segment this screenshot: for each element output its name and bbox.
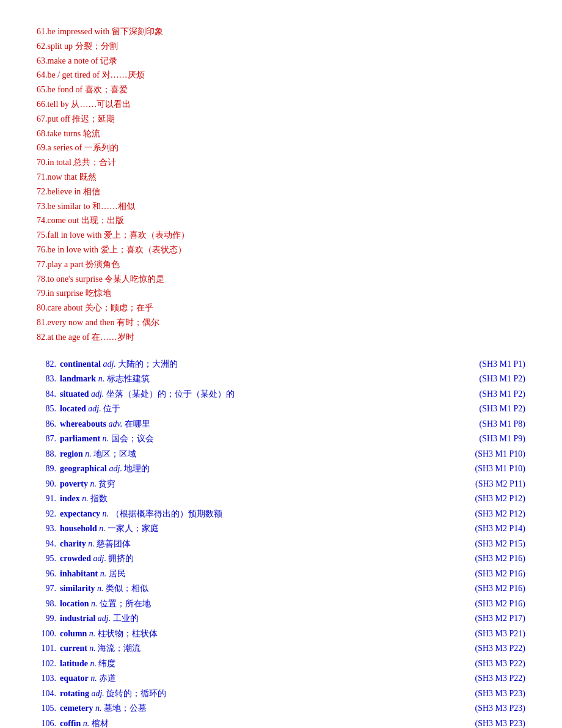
vocab-ref: (SH3 M2 P16) xyxy=(446,581,525,597)
phrase-item: 64.be / get tired of 对……厌烦 xyxy=(37,68,525,83)
phrase-item: 70.in total 总共；合计 xyxy=(37,155,525,170)
vocab-row: 87.parliament n. 国会；议会(SH3 M1 P9) xyxy=(37,432,525,447)
vocab-word: charity n. 慈善团体 xyxy=(60,537,446,552)
vocab-row: 98.location n. 位置；所在地(SH3 M2 P16) xyxy=(37,597,525,612)
vocab-num: 102. xyxy=(37,656,60,672)
vocab-word: industrial adj. 工业的 xyxy=(60,611,446,627)
vocab-num: 92. xyxy=(37,507,60,522)
vocab-word: whereabouts adv. 在哪里 xyxy=(60,417,446,432)
vocab-row: 93.household n. 一家人；家庭(SH3 M2 P14) xyxy=(37,521,525,537)
vocab-ref: (SH3 M2 P16) xyxy=(446,597,525,612)
vocab-row: 106.coffin n. 棺材(SH3 M3 P23) xyxy=(37,716,525,728)
phrase-item: 72.believe in 相信 xyxy=(37,185,525,199)
phrase-item: 73.be similar to 和……相似 xyxy=(37,199,525,214)
vocab-ref: (SH3 M1 P8) xyxy=(446,417,525,432)
vocab-num: 91. xyxy=(37,491,60,507)
vocab-num: 84. xyxy=(37,387,60,402)
vocab-ref: (SH3 M1 P10) xyxy=(446,461,525,477)
vocab-ref: (SH3 M2 P11) xyxy=(446,477,525,492)
vocab-word: household n. 一家人；家庭 xyxy=(60,521,446,537)
phrase-item: 75.fall in love with 爱上；喜欢（表动作） xyxy=(37,228,525,243)
vocab-word: coffin n. 棺材 xyxy=(60,716,446,728)
vocab-word: rotating adj. 旋转的；循环的 xyxy=(60,686,446,702)
vocab-num: 86. xyxy=(37,417,60,432)
vocab-num: 98. xyxy=(37,597,60,612)
phrase-item: 74.come out 出现；出版 xyxy=(37,213,525,228)
phrase-item: 69.a series of 一系列的 xyxy=(37,141,525,155)
phrase-item: 62.split up 分裂；分割 xyxy=(37,39,525,54)
vocab-ref: (SH3 M2 P17) xyxy=(446,611,525,627)
vocab-word: situated adj. 坐落（某处）的；位于（某处）的 xyxy=(60,387,446,402)
phrase-item: 71.now that 既然 xyxy=(37,170,525,185)
vocab-ref: (SH3 M1 P2) xyxy=(446,387,525,402)
vocab-word: cemetery n. 墓地；公墓 xyxy=(60,701,446,716)
vocab-ref: (SH3 M3 P23) xyxy=(446,716,525,728)
vocab-num: 101. xyxy=(37,641,60,656)
vocab-word: crowded adj. 拥挤的 xyxy=(60,551,446,567)
vocab-num: 95. xyxy=(37,551,60,567)
vocab-word: inhabitant n. 居民 xyxy=(60,567,446,582)
phrase-item: 68.take turns 轮流 xyxy=(37,127,525,141)
vocab-row: 91.index n. 指数(SH3 M2 P12) xyxy=(37,491,525,507)
vocab-num: 89. xyxy=(37,461,60,477)
vocab-row: 84.situated adj. 坐落（某处）的；位于（某处）的(SH3 M1 … xyxy=(37,387,525,402)
vocab-word: latitude n. 纬度 xyxy=(60,656,446,672)
vocab-row: 88.region n. 地区；区域(SH3 M1 P10) xyxy=(37,447,525,462)
vocab-word: expectancy n. （根据概率得出的）预期数额 xyxy=(60,507,446,522)
vocab-ref: (SH3 M1 P1) xyxy=(446,357,525,372)
vocab-word: column n. 柱状物；柱状体 xyxy=(60,627,446,642)
phrase-list: 61.be impressed with 留下深刻印象62.split up 分… xyxy=(37,24,525,345)
phrase-item: 66.tell by 从……可以看出 xyxy=(37,97,525,112)
vocab-ref: (SH3 M2 P14) xyxy=(446,521,525,537)
phrase-item: 79.in surprise 吃惊地 xyxy=(37,286,525,301)
vocab-word: current n. 海流；潮流 xyxy=(60,641,446,656)
vocab-row: 94.charity n. 慈善团体(SH3 M2 P15) xyxy=(37,537,525,552)
vocab-num: 104. xyxy=(37,686,60,702)
vocab-num: 93. xyxy=(37,521,60,537)
vocab-ref: (SH3 M1 P2) xyxy=(446,372,525,387)
vocab-num: 82. xyxy=(37,357,60,372)
vocab-word: poverty n. 贫穷 xyxy=(60,477,446,492)
vocab-row: 82.continental adj. 大陆的；大洲的(SH3 M1 P1) xyxy=(37,357,525,372)
vocab-num: 99. xyxy=(37,611,60,627)
vocab-word: region n. 地区；区域 xyxy=(60,447,446,462)
vocab-num: 90. xyxy=(37,477,60,492)
vocab-row: 103.equator n. 赤道(SH3 M3 P22) xyxy=(37,671,525,686)
vocab-row: 105.cemetery n. 墓地；公墓(SH3 M3 P23) xyxy=(37,701,525,716)
vocab-row: 97.similarity n. 类似；相似(SH3 M2 P16) xyxy=(37,581,525,597)
vocab-num: 85. xyxy=(37,402,60,417)
vocab-ref: (SH3 M3 P23) xyxy=(446,686,525,702)
vocab-ref: (SH3 M3 P22) xyxy=(446,641,525,656)
vocab-ref: (SH3 M2 P16) xyxy=(446,567,525,582)
vocab-num: 96. xyxy=(37,567,60,582)
vocab-num: 97. xyxy=(37,581,60,597)
vocab-num: 94. xyxy=(37,537,60,552)
vocab-num: 105. xyxy=(37,701,60,716)
phrase-item: 61.be impressed with 留下深刻印象 xyxy=(37,24,525,39)
vocab-ref: (SH3 M1 P10) xyxy=(446,447,525,462)
vocab-ref: (SH3 M1 P2) xyxy=(446,402,525,417)
vocab-ref: (SH3 M1 P9) xyxy=(446,432,525,447)
vocab-ref: (SH3 M2 P12) xyxy=(446,507,525,522)
vocab-row: 92.expectancy n. （根据概率得出的）预期数额(SH3 M2 P1… xyxy=(37,507,525,522)
vocab-row: 89.geographical adj. 地理的(SH3 M1 P10) xyxy=(37,461,525,477)
vocab-row: 102.latitude n. 纬度(SH3 M3 P22) xyxy=(37,656,525,672)
phrase-item: 78.to one's surprise 令某人吃惊的是 xyxy=(37,272,525,287)
phrase-item: 63.make a note of 记录 xyxy=(37,54,525,68)
phrase-item: 67.put off 推迟；延期 xyxy=(37,112,525,127)
phrase-item: 76.be in love with 爱上；喜欢（表状态） xyxy=(37,243,525,257)
vocab-section: 82.continental adj. 大陆的；大洲的(SH3 M1 P1)83… xyxy=(37,357,525,728)
vocab-num: 83. xyxy=(37,372,60,387)
phrase-item: 82.at the age of 在……岁时 xyxy=(37,330,525,345)
vocab-row: 99.industrial adj. 工业的(SH3 M2 P17) xyxy=(37,611,525,627)
vocab-word: equator n. 赤道 xyxy=(60,671,446,686)
vocab-row: 86.whereabouts adv. 在哪里(SH3 M1 P8) xyxy=(37,417,525,432)
vocab-ref: (SH3 M3 P23) xyxy=(446,701,525,716)
vocab-row: 100.column n. 柱状物；柱状体(SH3 M3 P21) xyxy=(37,627,525,642)
phrase-item: 65.be fond of 喜欢；喜爱 xyxy=(37,83,525,97)
vocab-num: 100. xyxy=(37,627,60,642)
vocab-row: 101.current n. 海流；潮流(SH3 M3 P22) xyxy=(37,641,525,656)
vocab-ref: (SH3 M2 P12) xyxy=(446,491,525,507)
vocab-num: 103. xyxy=(37,671,60,686)
vocab-word: located adj. 位于 xyxy=(60,402,446,417)
